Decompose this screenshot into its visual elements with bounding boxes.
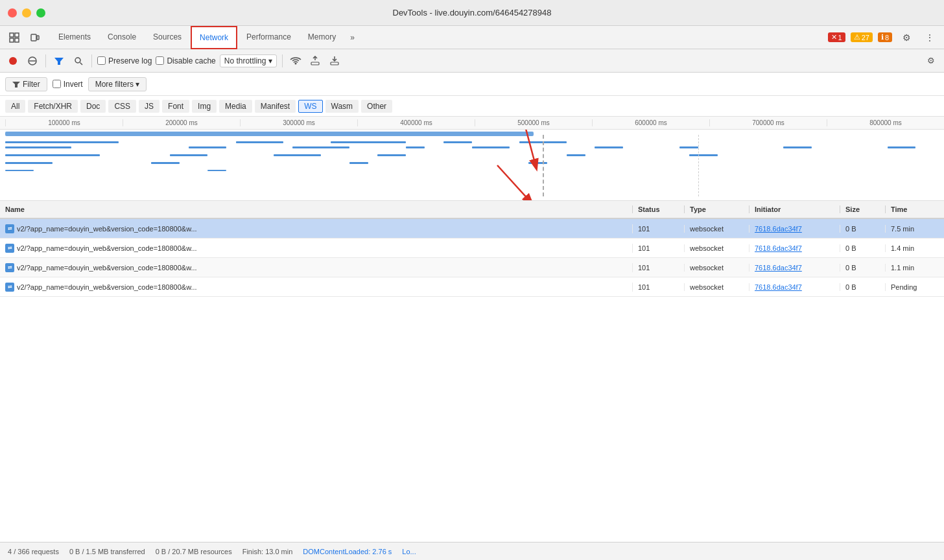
websocket-icon-3: ⇄: [5, 263, 14, 272]
clear-button[interactable]: [25, 53, 40, 69]
tab-console[interactable]: Console: [100, 26, 144, 49]
tl-seg-1-3: [331, 141, 406, 143]
filter-js[interactable]: JS: [139, 100, 159, 113]
filter-css[interactable]: CSS: [108, 100, 136, 113]
inspect-icon[interactable]: [5, 29, 23, 47]
tl-seg-3-5: [567, 154, 585, 156]
invert-checkbox[interactable]: Invert: [53, 80, 83, 89]
device-icon[interactable]: [26, 29, 44, 47]
tl-vertical-mark-2: [698, 135, 699, 196]
filter-all[interactable]: All: [5, 100, 25, 113]
devtools-more-icon[interactable]: ⋮: [921, 29, 939, 47]
filter-manifest[interactable]: Manifest: [255, 100, 296, 113]
table-row[interactable]: ⇄ v2/?app_name=douyin_web&version_code=1…: [0, 277, 944, 297]
tl-seg-2-3: [292, 146, 349, 148]
transferred-size: 0 B / 1.5 MB transferred: [69, 548, 145, 555]
close-button[interactable]: [8, 8, 17, 18]
tl-seg-2-8: [783, 146, 812, 148]
filter-icon[interactable]: [51, 53, 67, 69]
filter-font[interactable]: Font: [162, 100, 189, 113]
record-stop-button[interactable]: [5, 53, 21, 69]
timeline-mark-6: 600000 ms: [592, 119, 709, 126]
tl-seg-1-2: [236, 141, 283, 143]
devtools-settings-icon[interactable]: ⚙: [897, 29, 915, 47]
top-tab-bar: Elements Console Sources Network Perform…: [0, 26, 944, 49]
upload-icon[interactable]: [307, 53, 323, 69]
filter-button[interactable]: Filter: [5, 77, 47, 91]
resources-size: 0 B / 20.7 MB resources: [156, 548, 232, 555]
row-4-time: Pending: [886, 283, 944, 291]
filter-media[interactable]: Media: [219, 100, 252, 113]
timeline-ruler: 100000 ms 200000 ms 300000 ms 400000 ms …: [0, 117, 944, 130]
disable-cache-checkbox[interactable]: Disable cache: [156, 56, 215, 65]
tl-seg-4-3: [349, 162, 368, 164]
row-3-status: 101: [633, 264, 685, 272]
toolbar-divider-1: [45, 54, 46, 67]
tab-elements[interactable]: Elements: [51, 26, 99, 49]
svg-rect-13: [311, 62, 319, 65]
svg-rect-15: [331, 62, 338, 65]
tl-seg-5-2: [207, 170, 226, 171]
tab-right-section: ✕ 1 ⚠ 27 ℹ 8 ⚙ ⋮: [828, 29, 939, 47]
throttle-select[interactable]: No throttling ▾: [220, 54, 277, 67]
more-filters-button[interactable]: More filters ▾: [88, 77, 147, 91]
filter-ws[interactable]: WS: [298, 100, 322, 113]
minimize-button[interactable]: [22, 8, 31, 18]
preserve-log-checkbox[interactable]: Preserve log: [97, 56, 152, 65]
timeline-mark-4: 400000 ms: [357, 119, 475, 126]
tl-seg-2-7: [679, 146, 698, 148]
tl-seg-3-4: [377, 154, 406, 156]
svg-rect-1: [15, 33, 19, 37]
tl-seg-4-4: [528, 162, 547, 164]
row-2-size: 0 B: [840, 244, 886, 252]
websocket-icon-1: ⇄: [5, 224, 14, 233]
row-3-type: websocket: [685, 264, 749, 272]
row-2-initiator: 7618.6dac34f7: [749, 244, 840, 252]
load-event: Lo...: [402, 548, 416, 555]
filter-wasm[interactable]: Wasm: [325, 100, 359, 113]
requests-count: 4 / 366 requests: [8, 548, 59, 555]
tl-seg-3-3: [274, 154, 321, 156]
status-bar: 4 / 366 requests 0 B / 1.5 MB transferre…: [0, 542, 944, 560]
col-header-status[interactable]: Status: [633, 205, 685, 213]
filter-other[interactable]: Other: [361, 100, 392, 113]
svg-rect-3: [15, 38, 19, 42]
row-1-status: 101: [633, 225, 685, 233]
col-header-size[interactable]: Size: [840, 205, 886, 213]
table-row[interactable]: ⇄ v2/?app_name=douyin_web&version_code=1…: [0, 219, 944, 239]
info-badge: ℹ 8: [878, 32, 892, 42]
row-1-size: 0 B: [840, 225, 886, 233]
maximize-button[interactable]: [36, 8, 45, 18]
timeline-mark-3: 300000 ms: [240, 119, 357, 126]
tl-seg-1-1: [5, 141, 119, 143]
filter-doc[interactable]: Doc: [80, 100, 106, 113]
type-filter-bar: All Fetch/XHR Doc CSS JS Font Img Media …: [0, 96, 944, 117]
svg-rect-0: [10, 33, 14, 37]
tab-network[interactable]: Network: [191, 26, 237, 49]
row-2-type: websocket: [685, 244, 749, 252]
network-conditions-icon[interactable]: [288, 53, 303, 69]
tab-performance[interactable]: Performance: [239, 26, 299, 49]
search-icon[interactable]: [71, 53, 86, 69]
tab-sources[interactable]: Sources: [145, 26, 189, 49]
row-3-time: 1.1 min: [886, 264, 944, 272]
col-header-time[interactable]: Time: [886, 205, 944, 213]
filter-fetch-xhr[interactable]: Fetch/XHR: [28, 100, 78, 113]
table-row[interactable]: ⇄ v2/?app_name=douyin_web&version_code=1…: [0, 258, 944, 277]
col-header-type[interactable]: Type: [685, 205, 749, 213]
tab-memory[interactable]: Memory: [300, 26, 344, 49]
timeline-area: 100000 ms 200000 ms 300000 ms 400000 ms …: [0, 117, 944, 201]
timeline-chart[interactable]: [0, 130, 944, 201]
row-1-type: websocket: [685, 225, 749, 233]
col-header-initiator[interactable]: Initiator: [749, 205, 840, 213]
network-settings-icon[interactable]: ⚙: [923, 53, 939, 69]
row-3-name: ⇄ v2/?app_name=douyin_web&version_code=1…: [0, 263, 633, 272]
download-icon[interactable]: [327, 53, 342, 69]
tl-vertical-mark-1: [543, 135, 544, 196]
table-row[interactable]: ⇄ v2/?app_name=douyin_web&version_code=1…: [0, 239, 944, 258]
col-header-name[interactable]: Name: [0, 205, 633, 213]
svg-rect-5: [37, 36, 39, 40]
tab-more-button[interactable]: »: [345, 29, 360, 47]
filter-img[interactable]: Img: [192, 100, 217, 113]
tl-seg-2-1: [5, 146, 71, 148]
